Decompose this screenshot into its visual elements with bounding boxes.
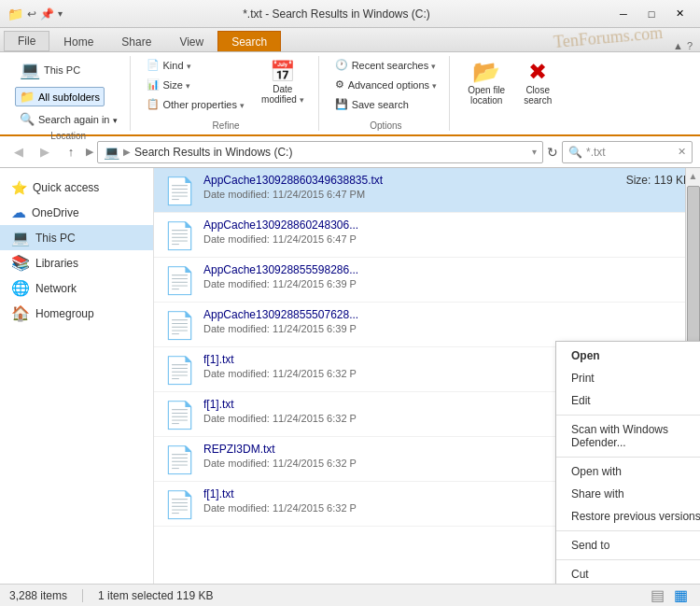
search-clear-icon[interactable]: ✕	[678, 146, 686, 158]
options-group-content: 🕐 Recent searches ▾ ⚙ Advanced options ▾…	[330, 56, 442, 119]
file-info-2: AppCache130928855598286... Date modified…	[203, 263, 691, 289]
ctx-scan-label: Scan with Windows Defender...	[571, 423, 700, 449]
details-view-button[interactable]: ▤	[648, 586, 667, 604]
ctx-scan[interactable]: Scan with Windows Defender...	[556, 418, 700, 454]
context-menu: Open Print Edit Scan with Windows Defend…	[555, 341, 700, 584]
tab-home[interactable]: Home	[49, 31, 107, 51]
other-properties-button[interactable]: 📋 Other properties ▾	[142, 95, 250, 113]
thispc-icon: 💻	[20, 60, 40, 80]
ctx-restore-label: Restore previous versions	[571, 510, 700, 523]
ctx-restore[interactable]: Restore previous versions	[556, 505, 700, 528]
recent-searches-button[interactable]: 🕐 Recent searches ▾	[330, 56, 442, 74]
ctx-send-to[interactable]: Send to ▶	[556, 534, 700, 557]
options-items: 🕐 Recent searches ▾ ⚙ Advanced options ▾…	[330, 56, 442, 113]
refine-group-content: 📄 Kind ▾ 📊 Size ▾ 📋 Other properties ▾ 📅…	[142, 56, 311, 119]
options-label: Options	[370, 119, 401, 131]
ctx-send-to-label: Send to	[571, 539, 700, 552]
address-text: Search Results in Windows (C:)	[134, 146, 292, 159]
ctx-share-with-label: Share with	[571, 487, 700, 500]
ribbon-group-refine: 📄 Kind ▾ 📊 Size ▾ 📋 Other properties ▾ 📅…	[134, 56, 319, 131]
all-subfolders-button[interactable]: 📁 All subfolders	[15, 87, 105, 106]
help-buttons: ▲ ?	[673, 40, 700, 51]
folder-search-icon: 📁	[20, 90, 35, 104]
clock-icon: 🕐	[335, 59, 348, 71]
sidebar-item-network[interactable]: 🌐 Network	[0, 275, 153, 301]
ribbon-group-options: 🕐 Recent searches ▾ ⚙ Advanced options ▾…	[323, 56, 451, 131]
search-icon: 🔍	[568, 146, 582, 159]
refresh-button[interactable]: ↻	[547, 145, 558, 160]
ctx-cut-label: Cut	[571, 568, 700, 581]
list-view-button[interactable]: ▦	[671, 586, 691, 604]
location-bar: ◀ ▶ ↑ ▶ 💻 ▶ Search Results in Windows (C…	[0, 136, 700, 168]
pin-icon[interactable]: 📌	[40, 7, 54, 21]
status-bar: 3,288 items 1 item selected 119 KB ▤ ▦	[0, 584, 700, 606]
status-divider	[82, 589, 83, 602]
file-list[interactable]: 📄 AppCache130928860349638835.txt Date mo…	[154, 168, 700, 584]
search-box[interactable]: 🔍 *.txt ✕	[562, 141, 693, 163]
this-pc-button[interactable]: 💻 This PC	[15, 56, 90, 84]
ctx-print[interactable]: Print	[556, 367, 700, 389]
sidebar: ⭐ Quick access ☁ OneDrive 💻 This PC 📚 Li…	[0, 168, 154, 584]
size-icon: 📊	[147, 78, 160, 91]
maximize-button[interactable]: □	[638, 5, 665, 23]
size-button[interactable]: 📊 Size ▾	[142, 76, 250, 93]
calendar-icon: 📅	[270, 60, 295, 84]
file-icon-4: 📄	[163, 355, 196, 386]
file-info-1: AppCache130928860248306... Date modified…	[203, 218, 691, 245]
ctx-sep4	[556, 559, 700, 560]
star-icon: ⭐	[11, 180, 27, 195]
sidebar-item-libraries[interactable]: 📚 Libraries	[0, 250, 153, 275]
address-icon: 💻	[104, 145, 119, 160]
date-modified-button[interactable]: 📅 Date modified ▾	[255, 56, 311, 108]
location-label: Location	[50, 129, 86, 141]
file-name-0: AppCache130928860349638835.txt	[203, 174, 619, 187]
search-text: *.txt	[586, 146, 606, 159]
title-bar: 📁 ↩ 📌 ▾ *.txt - Search Results in Window…	[0, 0, 700, 28]
address-bar[interactable]: 💻 ▶ Search Results in Windows (C:) ▾	[97, 141, 543, 163]
close-button[interactable]: ✕	[666, 5, 693, 23]
save-search-button[interactable]: 💾 Save search	[330, 95, 442, 113]
address-dropdown-icon[interactable]: ▾	[532, 147, 537, 157]
forward-button[interactable]: ▶	[34, 141, 56, 163]
up-button[interactable]: ↑	[60, 141, 82, 163]
search-again-button[interactable]: 🔍 Search again in ▾	[15, 109, 122, 129]
back-button[interactable]: ◀	[7, 141, 30, 163]
minimize-button[interactable]: ─	[610, 5, 637, 23]
sidebar-item-this-pc[interactable]: 💻 This PC	[0, 225, 153, 250]
tab-share[interactable]: Share	[107, 31, 165, 51]
ctx-share-with[interactable]: Share with ▶	[556, 483, 700, 505]
sidebar-item-onedrive[interactable]: ☁ OneDrive	[0, 200, 153, 225]
file-item-0[interactable]: 📄 AppCache130928860349638835.txt Date mo…	[154, 168, 700, 213]
kind-button[interactable]: 📄 Kind ▾	[142, 56, 250, 74]
open-file-location-button[interactable]: 📂 Open filelocation	[461, 56, 511, 108]
file-name-1: AppCache130928860248306...	[203, 218, 691, 232]
help-up-icon[interactable]: ▲	[673, 40, 683, 51]
file-item-1[interactable]: 📄 AppCache130928860248306... Date modifi…	[154, 213, 700, 258]
file-icon-7: 📄	[163, 489, 196, 520]
network-icon: 🌐	[11, 279, 30, 297]
view-buttons: ▤ ▦	[648, 586, 691, 604]
ctx-cut[interactable]: Cut	[556, 563, 700, 584]
ctx-sep1	[556, 415, 700, 416]
close-search-button[interactable]: ✖ Closesearch	[517, 56, 558, 108]
quick-access-icon[interactable]: ↩	[27, 7, 36, 21]
advanced-options-button[interactable]: ⚙ Advanced options ▾	[330, 76, 442, 93]
folder-icon: 📁	[7, 7, 23, 21]
ctx-edit[interactable]: Edit	[556, 389, 700, 412]
file-item-2[interactable]: 📄 AppCache130928855598286... Date modifi…	[154, 258, 700, 303]
tab-file[interactable]: File	[4, 31, 49, 51]
sidebar-item-quick-access[interactable]: ⭐ Quick access	[0, 176, 153, 200]
sidebar-item-homegroup[interactable]: 🏠 Homegroup	[0, 301, 153, 326]
file-date-3: Date modified: 11/24/2015 6:39 P	[203, 323, 691, 334]
kind-icon: 📄	[147, 59, 160, 71]
sidebar-label-libraries: Libraries	[35, 257, 78, 270]
window-controls: ─ □ ✕	[610, 5, 693, 23]
tab-search[interactable]: Search	[217, 31, 281, 51]
ctx-open[interactable]: Open	[556, 345, 700, 367]
tab-view[interactable]: View	[165, 31, 217, 51]
help-question-icon[interactable]: ?	[687, 40, 693, 51]
computer-icon: 💻	[11, 229, 30, 247]
ctx-open-with[interactable]: Open with ▶	[556, 460, 700, 483]
close-x-icon: ✖	[528, 59, 547, 85]
scroll-up-button[interactable]: ▲	[686, 168, 700, 184]
